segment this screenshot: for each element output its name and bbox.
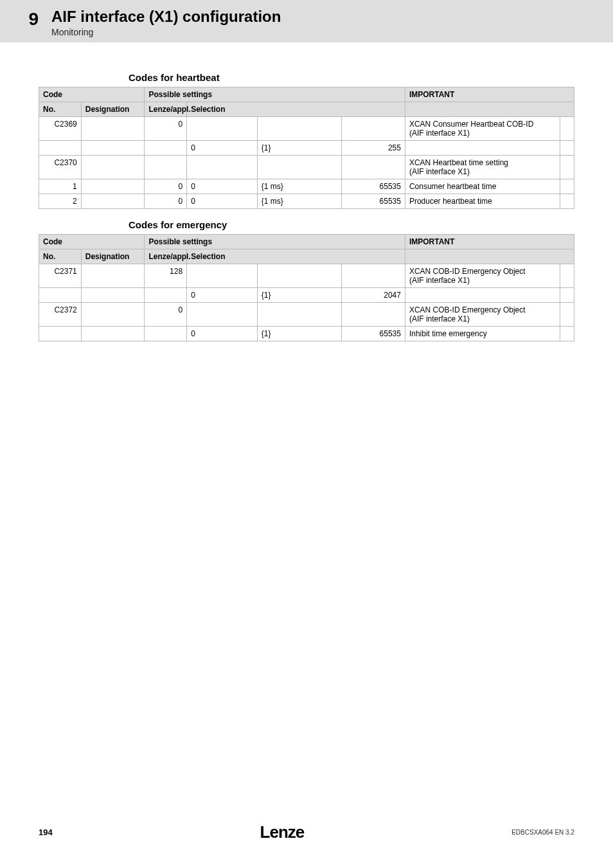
th-possible-settings: Possible settings bbox=[145, 87, 405, 102]
cell-designation bbox=[81, 303, 145, 327]
cell-sel-a: 0 bbox=[187, 179, 258, 194]
cell-sel-a bbox=[187, 303, 258, 327]
cell-sel-c: 65535 bbox=[342, 327, 405, 341]
chapter-title: AIF interface (X1) configuration bbox=[51, 8, 613, 26]
cell-sel-c bbox=[342, 117, 405, 141]
cell-sel-a bbox=[187, 264, 258, 288]
cell-lenze: 0 bbox=[145, 303, 187, 327]
cell-sel-b: {1} bbox=[257, 141, 342, 156]
th-lenze: Lenze/appl. bbox=[145, 102, 187, 117]
cell-spacer bbox=[560, 303, 574, 327]
cell-sel-c: 65535 bbox=[342, 194, 405, 209]
table-row: C2372 0 XCAN COB-ID Emergency Object (AI… bbox=[39, 303, 574, 327]
cell-lenze bbox=[145, 288, 187, 303]
cell-sel-a bbox=[187, 156, 258, 179]
cell-spacer bbox=[560, 117, 574, 141]
cell-spacer bbox=[560, 156, 574, 179]
table-row: 0 {1} 2047 bbox=[39, 288, 574, 303]
table-row: 1 0 0 {1 ms} 65535 Consumer heartbeat ti… bbox=[39, 179, 574, 194]
section-heading: Codes for emergency bbox=[129, 219, 574, 230]
th-important: IMPORTANT bbox=[405, 235, 574, 249]
th-no: No. bbox=[39, 249, 82, 264]
section-heading: Codes for heartbeat bbox=[129, 72, 574, 83]
table-row: C2371 128 XCAN COB-ID Emergency Object (… bbox=[39, 264, 574, 288]
cell-sel-b: {1 ms} bbox=[257, 179, 342, 194]
cell-important: Producer heartbeat time bbox=[405, 194, 560, 209]
cell-designation bbox=[81, 179, 145, 194]
cell-no bbox=[39, 327, 82, 341]
th-designation: Designation bbox=[81, 102, 145, 117]
cell-sel-a: 0 bbox=[187, 288, 258, 303]
cell-no bbox=[39, 288, 82, 303]
page-content: Codes for heartbeat Code Possible settin… bbox=[0, 42, 613, 341]
cell-designation bbox=[81, 156, 145, 179]
th-no: No. bbox=[39, 102, 82, 117]
cell-sel-c bbox=[342, 156, 405, 179]
cell-designation bbox=[81, 117, 145, 141]
cell-important: Consumer heartbeat time bbox=[405, 179, 560, 194]
brand-logo: Lenze bbox=[260, 822, 305, 842]
table-header-row: Code Possible settings IMPORTANT bbox=[39, 87, 574, 102]
codes-table-heartbeat: Code Possible settings IMPORTANT No. Des… bbox=[39, 87, 574, 209]
cell-sel-a: 0 bbox=[187, 141, 258, 156]
cell-spacer bbox=[560, 264, 574, 288]
chapter-number: 9 bbox=[0, 8, 51, 30]
cell-lenze: 0 bbox=[145, 117, 187, 141]
cell-sel-a: 0 bbox=[187, 194, 258, 209]
cell-spacer bbox=[560, 141, 574, 156]
cell-important: Inhibit time emergency bbox=[405, 327, 560, 341]
cell-no: C2369 bbox=[39, 117, 82, 141]
cell-lenze bbox=[145, 156, 187, 179]
cell-sel-b: {1} bbox=[257, 288, 342, 303]
cell-sel-a bbox=[187, 117, 258, 141]
table-header-row: Code Possible settings IMPORTANT bbox=[39, 235, 574, 249]
th-designation: Designation bbox=[81, 249, 145, 264]
th-code: Code bbox=[39, 87, 145, 102]
table-subheader-row: No. Designation Lenze/appl. Selection bbox=[39, 249, 574, 264]
cell-designation bbox=[81, 141, 145, 156]
cell-spacer bbox=[560, 179, 574, 194]
table-row: C2370 XCAN Heartbeat time setting (AIF i… bbox=[39, 156, 574, 179]
cell-spacer bbox=[560, 194, 574, 209]
cell-important bbox=[405, 141, 560, 156]
cell-no: C2370 bbox=[39, 156, 82, 179]
cell-important bbox=[405, 288, 560, 303]
th-code: Code bbox=[39, 235, 145, 249]
cell-sel-b bbox=[257, 156, 342, 179]
table-row: 0 {1} 255 bbox=[39, 141, 574, 156]
cell-spacer bbox=[560, 288, 574, 303]
cell-important: XCAN COB-ID Emergency Object (AIF interf… bbox=[405, 303, 560, 327]
th-possible-settings: Possible settings bbox=[145, 235, 405, 249]
page-footer: 194 Lenze EDBCSXA064 EN 3.2 bbox=[0, 822, 613, 842]
cell-sel-c: 255 bbox=[342, 141, 405, 156]
table-row: 2 0 0 {1 ms} 65535 Producer heartbeat ti… bbox=[39, 194, 574, 209]
th-selection: Selection bbox=[187, 249, 405, 264]
cell-designation bbox=[81, 194, 145, 209]
cell-designation bbox=[81, 327, 145, 341]
cell-sel-c bbox=[342, 303, 405, 327]
cell-sel-c: 2047 bbox=[342, 288, 405, 303]
page-number: 194 bbox=[39, 827, 53, 837]
cell-spacer bbox=[560, 327, 574, 341]
cell-designation bbox=[81, 264, 145, 288]
cell-sel-b: {1 ms} bbox=[257, 194, 342, 209]
cell-lenze bbox=[145, 327, 187, 341]
th-important: IMPORTANT bbox=[405, 87, 574, 102]
table-subheader-row: No. Designation Lenze/appl. Selection bbox=[39, 102, 574, 117]
cell-sel-b bbox=[257, 117, 342, 141]
cell-sel-a: 0 bbox=[187, 327, 258, 341]
th-important-sub bbox=[405, 102, 574, 117]
cell-lenze: 0 bbox=[145, 179, 187, 194]
cell-sel-b: {1} bbox=[257, 327, 342, 341]
cell-no: 2 bbox=[39, 194, 82, 209]
codes-table-emergency: Code Possible settings IMPORTANT No. Des… bbox=[39, 234, 574, 341]
cell-lenze: 128 bbox=[145, 264, 187, 288]
cell-designation bbox=[81, 288, 145, 303]
cell-important: XCAN Heartbeat time setting (AIF interfa… bbox=[405, 156, 560, 179]
cell-no: C2372 bbox=[39, 303, 82, 327]
cell-no bbox=[39, 141, 82, 156]
cell-no: 1 bbox=[39, 179, 82, 194]
cell-sel-b bbox=[257, 264, 342, 288]
cell-sel-b bbox=[257, 303, 342, 327]
page-header: 9 AIF interface (X1) configuration Monit… bbox=[0, 0, 613, 42]
